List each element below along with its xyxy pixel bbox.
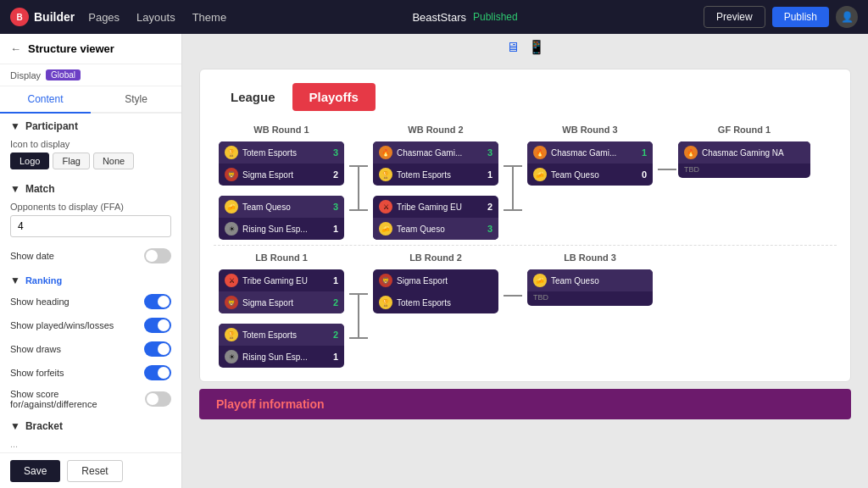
tab-style[interactable]: Style xyxy=(91,86,181,112)
logo-area: B Builder xyxy=(10,8,75,26)
tab-content[interactable]: Content xyxy=(0,86,91,114)
desktop-icon[interactable]: 🖥 xyxy=(506,40,520,55)
team-name: Sigma Esport xyxy=(242,170,324,180)
match-row: 🔥 Chasmac Gaming NA xyxy=(678,141,810,164)
save-button[interactable]: Save xyxy=(10,460,60,482)
site-name: BeastStars xyxy=(412,11,466,24)
lb-r1-m2: 🏆 Totem Esports 2 ☀ Rising Sun Esp... 1 xyxy=(219,324,344,368)
nav-layouts[interactable]: Layouts xyxy=(136,11,175,24)
topbar-actions: Preview Publish 👤 xyxy=(704,6,858,28)
team-score: 1 xyxy=(637,147,647,158)
team-icon: 🦁 xyxy=(379,274,392,287)
team-score: 3 xyxy=(482,147,492,158)
section-participant[interactable]: ▼ Participant xyxy=(0,114,181,136)
publish-button[interactable]: Publish xyxy=(772,7,829,27)
team-icon: 🏆 xyxy=(225,146,238,159)
show-heading-row: Show heading xyxy=(0,290,181,313)
gf-r1-m1: 🔥 Chasmac Gaming NA TBD xyxy=(678,141,810,178)
lb-r2-col: LB Round 2 🦁 Sigma Esport 🏆 xyxy=(368,252,504,313)
top-nav: Pages Layouts Theme xyxy=(88,11,226,24)
show-heading-label: Show heading xyxy=(10,297,70,307)
match-row: ☀ Rising Sun Esp... 1 xyxy=(219,346,344,368)
display-badge[interactable]: Global xyxy=(46,69,81,80)
wb-r2-header: WB Round 2 xyxy=(368,125,504,135)
preview-button[interactable]: Preview xyxy=(704,6,765,28)
sidebar-footer: Save Reset xyxy=(0,452,181,488)
lb-r1-m1: ⚔ Tribe Gaming EU 1 🦁 Sigma Esport 2 xyxy=(219,269,344,313)
show-forfeits-toggle[interactable] xyxy=(144,365,171,380)
team-name: Sigma Esport xyxy=(242,298,324,308)
opponents-input[interactable] xyxy=(10,215,171,237)
connector-h3 xyxy=(658,150,676,170)
show-date-row: Show date xyxy=(0,244,181,268)
playoffs-tab[interactable]: Playoffs xyxy=(292,83,376,111)
show-heading-toggle[interactable] xyxy=(144,294,171,309)
league-tab[interactable]: League xyxy=(214,83,292,111)
team-name: Tribe Gaming EU xyxy=(397,202,478,212)
show-draws-toggle[interactable] xyxy=(144,341,171,357)
show-date-label: Show date xyxy=(10,251,54,261)
canvas-area: League Playoffs WB Round 1 xyxy=(182,60,868,488)
connector-h1 xyxy=(349,150,368,226)
mobile-icon[interactable]: 📱 xyxy=(528,39,545,55)
team-name: Team Queso xyxy=(242,202,324,212)
sidebar-header: ← Structure viewer xyxy=(0,34,181,64)
wb-r3-header: WB Round 3 xyxy=(522,125,658,135)
reset-button[interactable]: Reset xyxy=(67,460,122,482)
opponents-group: Opponents to display (FFA) xyxy=(0,198,181,244)
tabs-row: Content Style xyxy=(0,86,181,114)
lb-rounds: LB Round 1 ⚔ Tribe Gaming EU 1 xyxy=(214,252,837,368)
section-match[interactable]: ▼ Match xyxy=(0,176,181,198)
team-name: Tribe Gaming EU xyxy=(242,276,324,286)
section-bracket[interactable]: ▼ Bracket xyxy=(0,413,181,435)
team-icon: 🏆 xyxy=(379,168,392,181)
team-name: Team Queso xyxy=(551,276,647,286)
bracket-container: WB Round 1 🏆 Totem Esports 3 xyxy=(214,125,837,368)
show-draws-row: Show draws xyxy=(0,337,181,361)
match-row: 🔥 Chasmac Gami... 3 xyxy=(373,141,498,164)
icon-flag-btn[interactable]: Flag xyxy=(53,152,89,169)
match-row: ⚔ Tribe Gaming EU 1 xyxy=(219,269,344,291)
lb-spacer xyxy=(504,278,522,297)
show-forfeits-row: Show forfeits xyxy=(0,361,181,385)
arrow-icon-bracket: ▼ xyxy=(10,420,20,432)
lb-r1-matches: ⚔ Tribe Gaming EU 1 🦁 Sigma Esport 2 xyxy=(219,269,344,368)
wb-r3-matches: 🔥 Chasmac Gami... 1 🧀 Team Queso 0 xyxy=(527,141,653,186)
team-score: 2 xyxy=(328,169,338,180)
published-badge: Published xyxy=(473,11,518,23)
sidebar: ← Structure viewer Display Global Conten… xyxy=(0,34,182,488)
icon-display-label: Icon to display xyxy=(10,139,171,149)
gf-r1-header: GF Round 1 xyxy=(676,125,812,135)
lb-connector-h1 xyxy=(349,278,368,354)
participant-label: Participant xyxy=(25,120,78,132)
site-info: BeastStars Published xyxy=(240,11,690,24)
section-ranking[interactable]: ▼ Ranking xyxy=(0,268,181,290)
icon-none-btn[interactable]: None xyxy=(93,152,134,169)
main-layout: ← Structure viewer Display Global Conten… xyxy=(0,34,868,488)
team-score: 1 xyxy=(328,224,338,234)
team-icon: 🏆 xyxy=(379,296,392,309)
show-played-toggle[interactable] xyxy=(144,318,171,333)
lb-r2-matches: 🦁 Sigma Esport 🏆 Totem Esports xyxy=(373,269,498,313)
show-forfeits-label: Show forfeits xyxy=(10,368,64,378)
team-name: Rising Sun Esp... xyxy=(242,225,324,234)
icon-display-group: Icon to display Logo Flag None xyxy=(0,136,181,176)
lb-r3-header: LB Round 3 xyxy=(522,252,658,263)
icon-logo-btn[interactable]: Logo xyxy=(10,152,49,169)
nav-pages[interactable]: Pages xyxy=(88,11,120,24)
avatar[interactable]: 👤 xyxy=(836,6,858,28)
back-icon[interactable]: ← xyxy=(10,42,21,55)
team-icon: 🔥 xyxy=(533,146,547,159)
match-label: Match xyxy=(25,183,55,195)
tbd-text: TBD xyxy=(527,291,653,306)
show-score-toggle[interactable] xyxy=(145,391,171,407)
team-score: 1 xyxy=(482,169,492,180)
lb-r2-header: LB Round 2 xyxy=(368,252,504,263)
view-toggle: 🖥 📱 xyxy=(182,34,868,60)
lb-r3-m1: 🧀 Team Queso TBD xyxy=(527,269,653,306)
ranking-label: Ranking xyxy=(25,275,62,286)
show-date-toggle[interactable] xyxy=(144,248,171,263)
wb-r1-header: WB Round 1 xyxy=(214,125,349,135)
nav-theme[interactable]: Theme xyxy=(192,11,226,24)
show-score-row: Show score for/against/difference xyxy=(0,385,181,413)
